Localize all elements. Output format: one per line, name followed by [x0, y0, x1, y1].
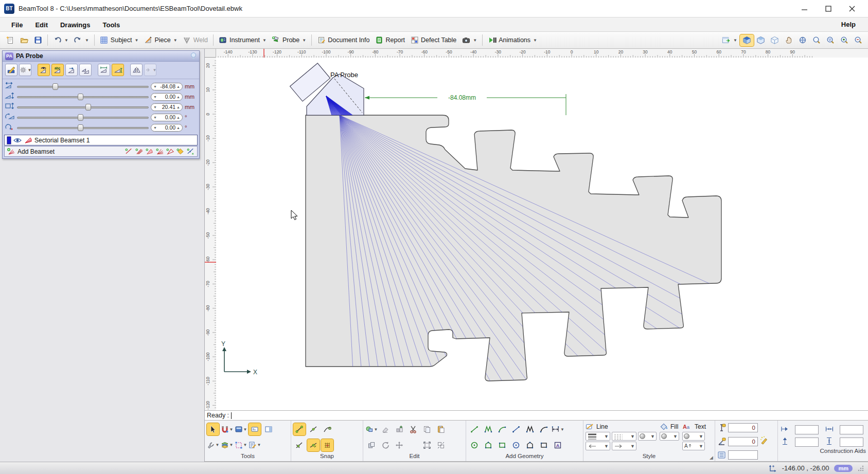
spin-down-icon[interactable]: ▼: [153, 105, 157, 109]
slider-thumb[interactable]: [52, 83, 58, 90]
minimize-button[interactable]: [793, 1, 817, 16]
ungroup-button[interactable]: [435, 439, 447, 451]
wedge-label-button[interactable]: abc: [51, 64, 64, 76]
zoom-selection-button[interactable]: [823, 34, 837, 46]
angle-lock-input[interactable]: 0: [728, 437, 758, 446]
offset-height-input[interactable]: [840, 437, 863, 447]
save-button[interactable]: [31, 34, 45, 46]
dup-button[interactable]: [365, 439, 378, 451]
slider-value[interactable]: 20.41: [158, 104, 175, 110]
export-view-button[interactable]: ▼: [719, 34, 740, 46]
report-button[interactable]: Report: [373, 34, 408, 46]
lightbulb-icon[interactable]: [190, 52, 197, 60]
line-color-combo[interactable]: ▼: [638, 432, 657, 441]
beam-sector-button[interactable]: [145, 147, 154, 156]
length-lock-input[interactable]: 0: [728, 423, 758, 432]
dim-height-button[interactable]: [112, 64, 124, 76]
cube-shade-button[interactable]: [754, 34, 768, 46]
redo-button[interactable]: ▼: [71, 34, 92, 46]
garc-button[interactable]: [538, 423, 550, 435]
snapx-button[interactable]: [293, 439, 306, 451]
weld-button[interactable]: Weld: [180, 34, 210, 46]
value-spinner[interactable]: ▼0.00▲: [151, 114, 183, 121]
animations-button[interactable]: Animations▼: [485, 34, 540, 46]
spin-down-icon[interactable]: ▼: [153, 126, 157, 130]
dim-button[interactable]: ▼: [552, 423, 564, 435]
arrow-end-combo[interactable]: ▼: [612, 442, 636, 450]
dim-width-button[interactable]: [98, 64, 110, 76]
vertical-ruler[interactable]: 20100-10-20-30-40-50-60-70-80-90-100-110…: [205, 58, 216, 410]
text-color-combo[interactable]: ▼: [682, 432, 705, 441]
text-size-combo[interactable]: A▼: [682, 442, 705, 450]
copy-button[interactable]: [421, 423, 433, 435]
beam-multi-button[interactable]: [135, 147, 144, 156]
add-beamset-row[interactable]: Add Beamset: [4, 146, 198, 157]
zoom-out-button[interactable]: [851, 34, 865, 46]
menu-help[interactable]: Help: [834, 19, 863, 30]
carc-button[interactable]: [496, 423, 508, 435]
instrument-button[interactable]: Instrument▼: [216, 34, 269, 46]
menu-edit[interactable]: Edit: [29, 19, 54, 31]
resize-grip[interactable]: [858, 465, 864, 471]
wedge-flip-button[interactable]: [65, 64, 78, 76]
notes-button[interactable]: [249, 423, 261, 435]
group-button[interactable]: [421, 439, 433, 451]
slider-value[interactable]: 0.00: [158, 124, 175, 131]
close-button[interactable]: [840, 1, 864, 16]
export-view-button-dropdown-arrow[interactable]: ▼: [733, 38, 737, 43]
list-input[interactable]: [728, 450, 758, 460]
undo-button[interactable]: ▼: [50, 34, 71, 46]
beam-outline-button[interactable]: [166, 147, 174, 156]
snapnode-button[interactable]: [321, 423, 333, 435]
rotatept-button[interactable]: [379, 439, 392, 451]
gpolygon-button[interactable]: [524, 439, 536, 451]
slider-track[interactable]: [17, 114, 149, 121]
horizontal-ruler[interactable]: -140-130-120-110-100-90-80-70-60-50-40-3…: [205, 49, 868, 58]
gpoly-button[interactable]: [524, 423, 536, 435]
spin-up-icon[interactable]: ▲: [176, 116, 180, 119]
instrument-button-dropdown-arrow[interactable]: ▼: [262, 38, 267, 43]
wedge-copy-button[interactable]: [79, 64, 92, 76]
menu-file[interactable]: File: [5, 19, 29, 31]
spin-up-icon[interactable]: ▲: [176, 85, 180, 88]
snapline-button[interactable]: [293, 423, 306, 435]
ccircle-button[interactable]: [468, 439, 481, 451]
zoom-window-button[interactable]: [809, 34, 823, 46]
na-dis-button[interactable]: ▼: [144, 64, 156, 76]
crect-button[interactable]: [496, 439, 508, 451]
offset-width-input[interactable]: [840, 425, 863, 434]
beam-custom-button[interactable]: [186, 147, 195, 156]
piece-button[interactable]: Piece▼: [141, 34, 180, 46]
snapgrid-button[interactable]: [321, 439, 333, 451]
units-badge[interactable]: mm: [834, 465, 853, 472]
cut-button[interactable]: [407, 423, 419, 435]
cube-solid-button[interactable]: [740, 34, 754, 46]
spin-up-icon[interactable]: ▲: [176, 105, 180, 109]
slider-thumb[interactable]: [78, 124, 83, 131]
magnet-button[interactable]: ▼: [221, 423, 233, 435]
drawing-canvas[interactable]: PA Probe -84.08mm Y X: [205, 49, 868, 410]
transform-button[interactable]: ▼: [235, 439, 247, 451]
probe-edit-button[interactable]: [5, 64, 17, 76]
wedge-visible-button[interactable]: [38, 64, 50, 76]
arrow-start-combo[interactable]: ▼: [586, 442, 610, 450]
textbox-button[interactable]: A: [552, 439, 564, 451]
piece-button-dropdown-arrow[interactable]: ▼: [173, 38, 178, 43]
paste-button[interactable]: [435, 423, 447, 435]
command-line[interactable]: Ready :: [205, 410, 868, 421]
sketch-pencil-button[interactable]: [759, 436, 769, 447]
styleedit-button[interactable]: ▼: [249, 439, 261, 451]
value-spinner[interactable]: ▼0.00▲: [151, 124, 183, 132]
zoom-in-button[interactable]: [837, 34, 851, 46]
panels-button[interactable]: ▼: [235, 423, 247, 435]
mirror-button[interactable]: [130, 64, 143, 76]
pan-hand-button[interactable]: [782, 34, 795, 46]
sidebar-button[interactable]: [262, 423, 275, 435]
grect-button[interactable]: [538, 439, 550, 451]
value-spinner[interactable]: ▼0.00▲: [151, 93, 183, 101]
open-folder-button[interactable]: [17, 34, 31, 46]
line-dash-combo[interactable]: ▼: [612, 432, 636, 441]
spin-up-icon[interactable]: ▲: [176, 126, 180, 130]
slider-value[interactable]: 0.00: [158, 114, 175, 120]
slider-track[interactable]: [17, 93, 149, 100]
